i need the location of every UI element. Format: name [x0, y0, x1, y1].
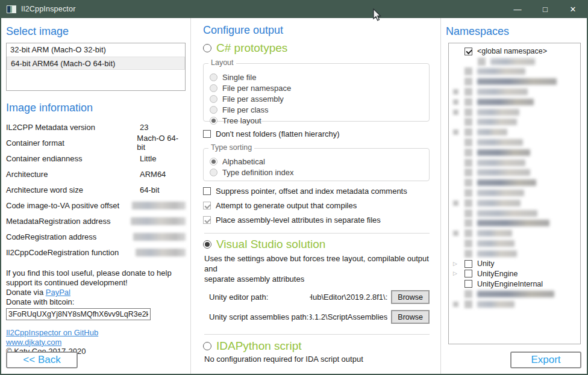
redacted-value	[136, 249, 186, 256]
namespaces-tree[interactable]: <global namespace>▷Unity▷UnityEngineUnit…	[448, 43, 581, 344]
namespace-row[interactable]	[449, 188, 580, 198]
namespace-row[interactable]	[449, 198, 580, 208]
image-listbox[interactable]: 32-bit ARM (Mach-O 32-bit)64-bit ARM64 (…	[6, 43, 186, 91]
redacted-expander	[453, 110, 458, 115]
redacted-namespace	[477, 200, 521, 206]
type-sorting-radio[interactable]	[210, 169, 217, 176]
unity-editor-path-row: Unity editor path: :\Unity\Hub\Editor\20…	[209, 290, 430, 304]
namespace-row[interactable]	[449, 57, 580, 67]
layout-option[interactable]: File per namespace	[210, 83, 423, 93]
namespace-row[interactable]	[449, 137, 580, 147]
option-checkbox-row[interactable]: Suppress pointer, offset and index metad…	[203, 187, 430, 196]
github-link[interactable]: Il2CppInspector on GitHub	[6, 328, 98, 337]
namespace-checkbox[interactable]	[464, 280, 472, 288]
layout-radio[interactable]	[210, 117, 217, 125]
namespace-row[interactable]	[449, 228, 580, 238]
namespace-row[interactable]	[449, 158, 580, 168]
namespace-row[interactable]	[449, 97, 580, 107]
namespace-label: UnityEngine	[477, 270, 518, 278]
namespace-row[interactable]	[449, 238, 580, 249]
namespace-row[interactable]: <global namespace>	[449, 46, 580, 57]
maximize-button[interactable]: □	[531, 0, 559, 18]
namespace-checkbox	[464, 149, 472, 157]
export-button[interactable]: Export	[510, 352, 581, 368]
browse-editor-button[interactable]: Browse	[391, 290, 430, 304]
namespace-checkbox	[464, 159, 472, 167]
minimize-button[interactable]: —	[504, 0, 531, 18]
namespace-row[interactable]: ▷UnityEngine	[449, 269, 580, 279]
namespace-row[interactable]	[449, 67, 580, 77]
paypal-link[interactable]: PayPal	[46, 288, 70, 297]
namespace-row[interactable]	[449, 299, 580, 309]
image-list-item[interactable]: 64-bit ARM64 (Mach-O 64-bit)	[7, 57, 185, 70]
expander-slot	[451, 110, 464, 115]
layout-radio[interactable]	[210, 73, 217, 81]
namespace-row[interactable]	[449, 208, 580, 218]
option-checkbox[interactable]	[203, 216, 211, 224]
namespace-row[interactable]	[449, 147, 580, 158]
namespace-row[interactable]: UnityEngineInternal	[449, 279, 580, 289]
layout-option[interactable]: Single file	[210, 72, 423, 82]
browse-assemblies-button[interactable]: Browse	[391, 310, 430, 324]
layout-option[interactable]: File per assembly	[210, 94, 423, 104]
redacted-namespace	[477, 119, 517, 125]
namespace-checkbox[interactable]	[464, 270, 472, 277]
redacted-expander	[453, 99, 458, 105]
back-button[interactable]: << Back	[6, 352, 78, 368]
namespace-checkbox	[464, 199, 472, 207]
namespace-row[interactable]	[449, 127, 580, 137]
namespace-checkbox[interactable]	[464, 260, 472, 268]
namespace-row[interactable]	[449, 87, 580, 97]
namespace-checkbox	[464, 169, 472, 176]
type-sorting-radio[interactable]	[210, 158, 217, 166]
expander-icon[interactable]: ▷	[451, 261, 464, 267]
namespace-checkbox	[464, 108, 472, 116]
option-checkbox[interactable]	[203, 187, 211, 195]
close-button[interactable]: ✕	[559, 0, 587, 18]
namespace-row[interactable]	[449, 168, 580, 178]
bitcoin-label: Donate with bitcoin:	[6, 297, 186, 307]
namespace-row[interactable]	[449, 178, 580, 188]
redacted-namespace	[477, 291, 554, 297]
option-checkbox-row[interactable]: Attempt to generate output that compiles	[203, 201, 430, 210]
layout-radio[interactable]	[210, 84, 217, 92]
namespace-row[interactable]	[449, 76, 580, 87]
vs-solution-radio[interactable]	[203, 240, 211, 249]
option-checkbox-row[interactable]: Place assembly-level attributes in separ…	[203, 215, 430, 225]
layout-radio[interactable]	[210, 106, 217, 114]
bitcoin-address-input[interactable]	[6, 308, 151, 320]
option-checkbox[interactable]	[203, 202, 211, 209]
redacted-value	[133, 233, 186, 241]
namespace-row[interactable]	[449, 117, 580, 128]
expander-icon[interactable]: ▷	[451, 271, 464, 276]
type-sorting-label: Type definition index	[222, 168, 294, 177]
dont-nest-checkbox[interactable]	[203, 130, 211, 138]
layout-label: File per namespace	[222, 84, 291, 93]
layout-label: Single file	[222, 73, 256, 82]
option-checkbox-label: Suppress pointer, offset and index metad…	[216, 187, 407, 196]
idapython-option[interactable]: IDAPython script	[203, 339, 430, 353]
namespace-checkbox	[464, 209, 472, 217]
type-sorting-option[interactable]: Alphabetical	[210, 157, 423, 167]
namespace-row[interactable]	[449, 218, 580, 229]
unity-editor-path-value[interactable]: :\Unity\Hub\Editor\2019.2.8f1	[310, 293, 387, 302]
csharp-prototypes-option[interactable]: C# prototypes	[203, 42, 430, 55]
image-list-item[interactable]: 32-bit ARM (Mach-O 32-bit)	[7, 43, 185, 57]
type-sorting-option[interactable]: Type definition index	[210, 167, 423, 178]
vs-solution-option[interactable]: Visual Studio solution	[203, 238, 430, 251]
namespace-row[interactable]	[449, 249, 580, 259]
website-link[interactable]: www.djkaty.com	[6, 338, 61, 347]
idapython-radio[interactable]	[203, 342, 211, 350]
layout-option[interactable]: File per class	[210, 105, 423, 115]
csharp-prototypes-radio[interactable]	[203, 44, 211, 52]
namespace-row[interactable]: ▷Unity	[449, 259, 580, 269]
unity-assemblies-path-value[interactable]: ate.3d-3.1.2\ScriptAssemblies	[310, 312, 387, 321]
layout-radio[interactable]	[210, 95, 217, 103]
layout-option[interactable]: Tree layout	[210, 116, 423, 126]
info-label: Container endianness	[6, 154, 140, 163]
namespace-row[interactable]	[449, 289, 580, 299]
namespace-checkbox[interactable]	[464, 48, 472, 55]
dont-nest-row[interactable]: Don't nest folders (flatten hierarchy)	[203, 129, 430, 138]
info-row: CodeRegistration address	[6, 229, 186, 244]
namespace-row[interactable]	[449, 107, 580, 117]
